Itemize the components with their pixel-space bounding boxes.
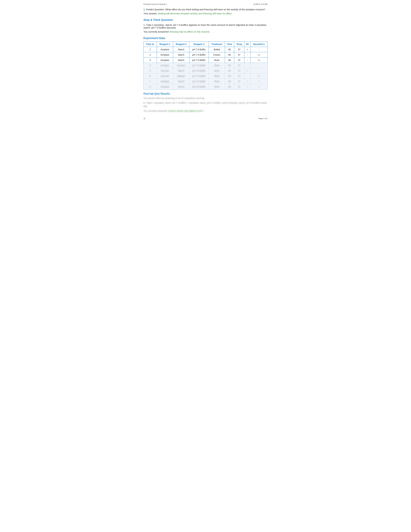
stop-think-heading: Stop & Think Question (143, 18, 268, 22)
post-lab-section: Post-lab Quiz Results You scored 100% by… (143, 92, 268, 113)
col-reagent3: Reagent 3 (189, 42, 209, 47)
stop-think-answer-value: freezing had no effect on the enzyme. (170, 30, 210, 33)
col-iki: IKI (244, 42, 251, 47)
post-lab-answer-label: You correctly answered: (143, 110, 168, 112)
stop-think-block: 1 Tube 2 (amylase, starch, pH 7.0 buffer… (143, 24, 268, 33)
post-lab-score: You scored 100% by answering 4 out of 4 … (143, 96, 268, 100)
table-row-blurred: 7AmylaseStarchpH 2.0 BufferNone6037++ (144, 79, 268, 84)
experiment-table: Tube № Reagent 1 Reagent 2 Reagent 3 Tre… (143, 41, 268, 89)
table-row-blurred: 5SucroseStarchpH 2.0 BufferNone6037+ (144, 68, 268, 74)
table-row-blurred: 6SucroseMaltosepH 7.0 BufferNone6037++ (144, 74, 268, 79)
question-1-block: 1 Predict Question: What effect do you t… (143, 8, 268, 15)
col-treatment: Treatment (209, 42, 225, 47)
stop-think-answer-label: You correctly answered: (143, 30, 170, 33)
table-row: 2AmylaseStarchpH 7.0 BufferFrozen6037-++ (144, 52, 268, 57)
table-row-blurred: 8AmylaseStarchpH 9.0 BufferNone6037++ (144, 84, 268, 89)
experiment-data-heading: Experiment Data (143, 37, 268, 40)
footer-left: 32 (143, 117, 145, 119)
col-tube: Tube № (144, 42, 157, 47)
col-benedicts: Benedict's (251, 42, 267, 47)
col-temp: Temp (234, 42, 244, 47)
post-lab-q-number: 1 (143, 102, 145, 104)
stop-think-number: 1 (143, 24, 145, 26)
post-lab-q-text: Tubes 1 (amylase, starch, pH 7.0 buffer)… (143, 102, 267, 107)
col-reagent2: Reagent 2 (173, 42, 189, 47)
post-lab-heading: Post-lab Quiz Results (143, 92, 268, 95)
col-time: Time (225, 42, 234, 47)
col-reagent1: Reagent 1 (157, 42, 173, 47)
post-lab-answer-value: enzyme activity was highest at pH 7. (168, 110, 205, 112)
table-row-blurred: 4AmylaseSucrosepH 7.0 BufferNone6037 (144, 63, 268, 68)
question-1-text: Predict Question: What effect do you thi… (146, 8, 265, 11)
table-row: 1AmylaseStarchpH 7.0 BufferBoiled6037+- (144, 47, 268, 52)
question-1-answer-label: Your answer: (143, 12, 158, 15)
header-right: 11/30/19, 8:10 AM (253, 3, 268, 5)
question-1-number: 1 (143, 8, 145, 11)
footer-right: Page 2 of 2 (259, 117, 268, 119)
header-left: PhysioEx Exercise 8 Activity 1 (143, 3, 167, 5)
table-row: 3AmylaseStarchpH 7.0 BufferNone6037-++ (144, 57, 268, 63)
stop-think-text: Tube 2 (amylase, starch, pH 7.0 buffer) … (143, 24, 267, 29)
question-1-answer-value: Boiling will decrease amylase activity a… (158, 12, 232, 15)
post-lab-answer-line: You correctly answered: enzyme activity … (143, 109, 268, 113)
post-lab-question: 1 Tubes 1 (amylase, starch, pH 7.0 buffe… (143, 101, 268, 108)
